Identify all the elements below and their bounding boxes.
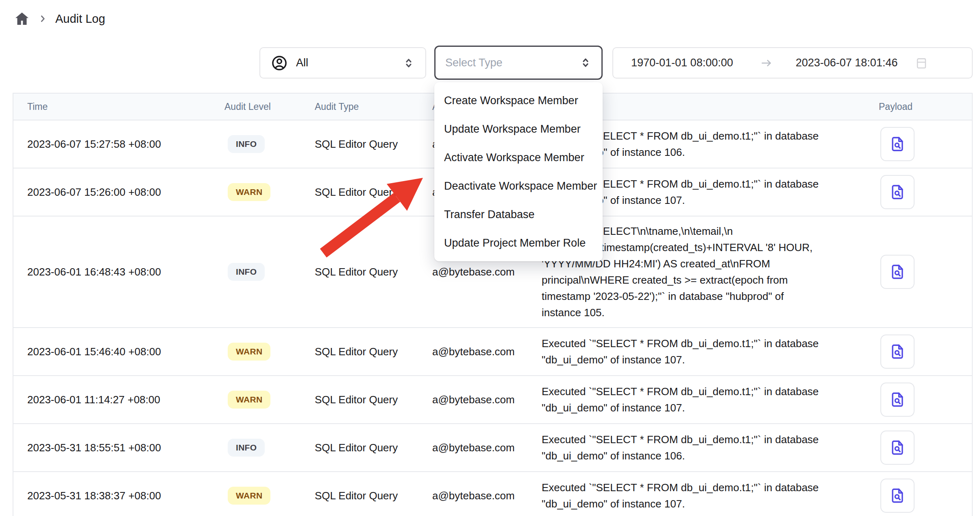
row-time: 2023-05-31 18:38:37 +08:00 <box>13 490 224 502</box>
type-menu-item[interactable]: Update Workspace Member <box>434 115 603 143</box>
comment-line: "db_ui_demo" of instance 107. <box>542 496 873 512</box>
column-header-audit-type: Audit Type <box>315 101 432 112</box>
audit-level-badge: INFO <box>228 439 265 457</box>
type-menu-item[interactable]: Activate Workspace Member <box>434 143 603 172</box>
payload-view-button[interactable] <box>880 479 915 513</box>
audit-log-page: Audit Log All Select Type 1970-01-01 08:… <box>0 0 980 516</box>
row-time: 2023-06-07 15:26:00 +08:00 <box>13 186 224 199</box>
payload-view-button[interactable] <box>880 175 915 209</box>
comment-line: "db_ui_demo" of instance 107. <box>542 400 873 416</box>
chevrons-up-down-icon <box>579 57 592 69</box>
file-search-icon <box>889 343 906 360</box>
calendar-icon <box>915 56 928 70</box>
payload-view-button[interactable] <box>880 335 915 369</box>
audit-level-badge: WARN <box>228 391 270 409</box>
file-search-icon <box>889 487 906 504</box>
file-search-icon <box>889 136 906 153</box>
table-row: 2023-05-31 18:55:51 +08:00 INFO SQL Edit… <box>13 424 972 472</box>
file-search-icon <box>889 184 906 201</box>
comment-line: Executed `"SELECT * FROM db_ui_demo.t1;"… <box>542 335 873 352</box>
date-range-start: 1970-01-01 08:00:00 <box>631 57 733 69</box>
type-menu-item[interactable]: Create Workspace Member <box>434 86 603 115</box>
row-time: 2023-05-31 18:55:51 +08:00 <box>13 442 224 454</box>
row-comment: Executed `"SELECT * FROM db_ui_demo.t1;"… <box>542 335 873 368</box>
type-filter-placeholder: Select Type <box>445 57 503 69</box>
table-row: 2023-05-31 18:38:37 +08:00 WARN SQL Edit… <box>13 472 972 516</box>
home-icon[interactable] <box>14 11 30 27</box>
column-header-payload: Payload <box>873 101 972 112</box>
row-comment: Executed `"SELECT * FROM db_ui_demo.t1;"… <box>542 431 873 464</box>
column-header-audit-level: Audit Level <box>224 101 315 112</box>
row-audit-type: SQL Editor Query <box>315 186 432 199</box>
row-actor: a@bytebase.com <box>432 345 542 358</box>
chevron-right-icon <box>37 13 48 24</box>
type-select-menu: Create Workspace MemberUpdate Workspace … <box>434 82 603 261</box>
table-row: 2023-06-01 15:46:40 +08:00 WARN SQL Edit… <box>13 328 972 376</box>
comment-line: timestamp '2023-05-22');"` in database "… <box>542 288 873 304</box>
table-row: 2023-06-01 11:14:27 +08:00 WARN SQL Edit… <box>13 376 972 424</box>
comment-line: "db_ui_demo" of instance 107. <box>542 352 873 368</box>
row-audit-type: SQL Editor Query <box>315 138 432 151</box>
comment-line: principal\nWHERE created_ts >= extract(e… <box>542 272 873 288</box>
row-audit-type: SQL Editor Query <box>315 490 432 502</box>
audit-level-badge: INFO <box>228 135 265 153</box>
date-range-end: 2023-06-07 18:01:46 <box>796 57 898 69</box>
audit-level-badge: WARN <box>228 183 270 201</box>
arrow-right-icon <box>760 57 773 70</box>
actor-filter-value: All <box>296 57 308 69</box>
comment-line: instance 105. <box>542 304 873 321</box>
row-actor: a@bytebase.com <box>432 266 542 278</box>
comment-line: Executed `"SELECT * FROM db_ui_demo.t1;"… <box>542 479 873 496</box>
row-audit-type: SQL Editor Query <box>315 266 432 278</box>
row-time: 2023-06-01 15:46:40 +08:00 <box>13 345 224 358</box>
row-time: 2023-06-01 16:48:43 +08:00 <box>13 266 224 278</box>
payload-view-button[interactable] <box>880 127 915 161</box>
row-audit-type: SQL Editor Query <box>315 442 432 454</box>
row-actor: a@bytebase.com <box>432 442 542 454</box>
row-comment: Executed `"SELECT * FROM db_ui_demo.t1;"… <box>542 383 873 416</box>
user-circle-icon <box>271 55 288 72</box>
date-range-picker[interactable]: 1970-01-01 08:00:00 2023-06-07 18:01:46 <box>612 47 973 79</box>
row-comment: Executed `"SELECT * FROM db_ui_demo.t1;"… <box>542 479 873 512</box>
file-search-icon <box>889 439 906 456</box>
page-title: Audit Log <box>55 12 105 26</box>
type-menu-item[interactable]: Transfer Database <box>434 200 603 229</box>
row-audit-type: SQL Editor Query <box>315 345 432 358</box>
comment-line: Executed `"SELECT * FROM db_ui_demo.t1;"… <box>542 431 873 448</box>
file-search-icon <box>889 263 906 280</box>
actor-filter-select[interactable]: All <box>259 47 426 79</box>
audit-level-badge: WARN <box>228 343 270 361</box>
row-time: 2023-06-07 15:27:58 +08:00 <box>13 138 224 151</box>
type-menu-item[interactable]: Deactivate Workspace Member <box>434 172 603 200</box>
file-search-icon <box>889 391 906 408</box>
chevrons-up-down-icon <box>403 57 415 69</box>
column-header-time: Time <box>13 101 224 112</box>
payload-view-button[interactable] <box>880 431 915 465</box>
payload-view-button[interactable] <box>880 383 915 417</box>
comment-line: Executed `"SELECT * FROM db_ui_demo.t1;"… <box>542 383 873 400</box>
row-actor: a@bytebase.com <box>432 394 542 406</box>
row-time: 2023-06-01 11:14:27 +08:00 <box>13 394 224 406</box>
comment-line: "db_ui_demo" of instance 106. <box>542 448 873 464</box>
row-audit-type: SQL Editor Query <box>315 394 432 406</box>
audit-level-badge: WARN <box>228 487 270 505</box>
type-filter-select[interactable]: Select Type <box>434 46 603 80</box>
type-menu-item[interactable]: Update Project Member Role <box>434 229 603 257</box>
payload-view-button[interactable] <box>880 255 915 289</box>
row-actor: a@bytebase.com <box>432 490 542 502</box>
audit-level-badge: INFO <box>228 263 265 281</box>
breadcrumb: Audit Log <box>14 11 105 27</box>
